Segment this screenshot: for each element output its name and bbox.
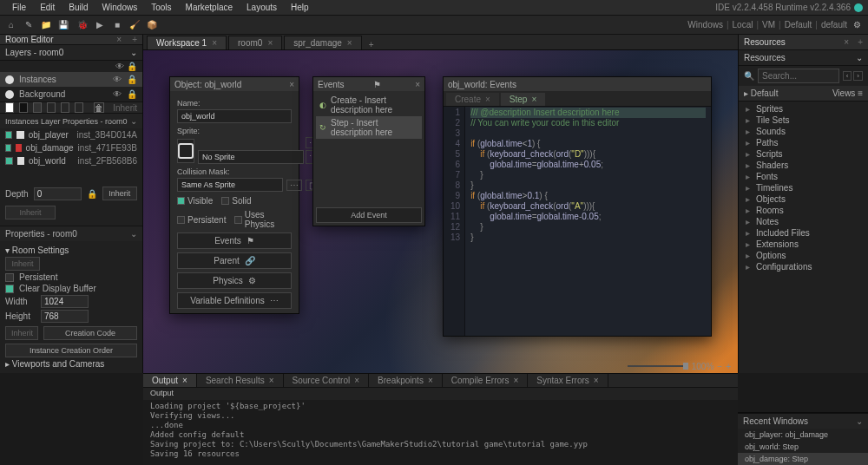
instance-checkbox[interactable] — [5, 131, 12, 139]
chevron-down-icon[interactable]: ⌄ — [130, 229, 137, 239]
lock-icon[interactable]: 🔒 — [127, 89, 137, 99]
delete-layer-icon[interactable]: 🗑 — [94, 102, 104, 113]
lock-icon[interactable]: 🔒 — [127, 62, 137, 71]
resource-node[interactable]: ▸Included Files — [739, 227, 868, 239]
layer-row[interactable]: Background👁🔒 — [0, 87, 142, 102]
stop-icon[interactable]: ■ — [111, 19, 123, 31]
variables-button[interactable]: Variable Definitions⋯ — [177, 292, 292, 309]
menu-tools[interactable]: Tools — [144, 1, 178, 14]
eye-icon[interactable]: 👁 — [113, 75, 122, 84]
instance-row[interactable]: obj_damageinst_471FE93B — [0, 141, 142, 154]
layer-tool-icon[interactable] — [33, 102, 42, 113]
resource-node[interactable]: ▸Fonts — [739, 171, 868, 182]
instance-checkbox[interactable] — [5, 144, 11, 152]
add-workspace-icon[interactable]: + — [364, 40, 379, 49]
workspace-canvas[interactable]: Object: obj_world× Name: Sprite: ⋯ ⋯ Col… — [143, 50, 738, 373]
add-icon[interactable]: + — [132, 35, 137, 44]
search-input[interactable] — [758, 69, 839, 83]
code-tab[interactable]: Create× — [446, 93, 499, 106]
layer-tool-icon[interactable] — [5, 102, 14, 113]
close-icon[interactable]: × — [415, 80, 420, 89]
open-icon[interactable]: 📁 — [40, 19, 52, 31]
add-icon[interactable]: + — [858, 37, 863, 47]
height-input[interactable] — [41, 310, 89, 323]
instance-order-button[interactable]: Instance Creation Order — [5, 344, 137, 357]
event-item[interactable]: ↻Step - Insert description here — [316, 116, 422, 139]
eye-icon[interactable]: 👁 — [115, 62, 124, 71]
eye-icon[interactable]: 👁 — [113, 89, 122, 99]
resource-node[interactable]: ▸Tile Sets — [739, 115, 868, 126]
add-event-button[interactable]: Add Event — [316, 207, 422, 223]
width-input[interactable] — [41, 295, 89, 308]
prev-icon[interactable]: ‹ — [843, 71, 852, 81]
target-gear-icon[interactable]: ⚙ — [851, 19, 863, 31]
inherit-button[interactable]: Inherit — [5, 257, 40, 271]
inherit-button[interactable]: Inherit — [102, 187, 137, 200]
layer-tool-icon[interactable] — [61, 102, 69, 113]
code-area[interactable]: 1 2 3 4 5 6 7 8 9 10 11 12 13 /// @descr… — [444, 107, 711, 336]
close-icon[interactable]: × — [289, 80, 294, 89]
menu-file[interactable]: File — [5, 1, 33, 14]
target-selector[interactable]: Windows| Local| VM| Default| default ⚙ — [687, 19, 863, 31]
close-icon[interactable]: × — [354, 376, 359, 385]
chevron-down-icon[interactable]: ⌄ — [856, 53, 863, 62]
resource-node[interactable]: ▸Sprites — [739, 103, 868, 115]
object-name-input[interactable] — [177, 109, 292, 123]
output-tab[interactable]: Search Results× — [197, 374, 284, 387]
room-editor-tab[interactable]: Room Editor — [5, 35, 111, 44]
workspace-tab[interactable]: Workspace 1× — [147, 36, 227, 49]
resource-node[interactable]: ▸Timelines — [739, 182, 868, 193]
default-group[interactable]: Default — [751, 88, 779, 98]
clear-display-checkbox[interactable] — [5, 285, 14, 293]
recent-item[interactable]: obj_player: obj_damage — [738, 429, 868, 441]
new-icon[interactable]: ✎ — [23, 19, 35, 31]
output-tab[interactable]: Output× — [143, 374, 197, 387]
chevron-down-icon[interactable]: ⌄ — [856, 416, 863, 426]
output-tab[interactable]: Source Control× — [284, 374, 370, 387]
solid-checkbox[interactable] — [221, 197, 229, 205]
sprite-select[interactable] — [198, 150, 304, 164]
layer-tool-icon[interactable] — [47, 102, 56, 113]
instance-checkbox[interactable] — [5, 157, 13, 165]
close-icon[interactable]: × — [212, 38, 217, 48]
workspace-tab[interactable]: room0× — [228, 36, 282, 49]
menu-windows[interactable]: Windows — [95, 1, 145, 14]
event-item[interactable]: ◐Create - Insert description here — [316, 94, 422, 116]
recent-item[interactable]: obj_damage: Step — [738, 453, 868, 465]
inherit-button[interactable]: Inherit — [5, 206, 56, 219]
close-icon[interactable]: × — [182, 376, 187, 385]
next-icon[interactable]: › — [853, 71, 863, 81]
resource-node[interactable]: ▸Extensions — [739, 239, 868, 250]
sprite-preview[interactable] — [177, 139, 194, 163]
chevron-down-icon[interactable]: ⌄ — [130, 116, 137, 126]
menu-edit[interactable]: Edit — [33, 1, 62, 14]
package-icon[interactable]: 📦 — [146, 19, 158, 31]
resource-node[interactable]: ▸Configurations — [739, 261, 868, 272]
menu-layouts[interactable]: Layouts — [240, 1, 284, 14]
resources-tab[interactable]: Resources — [744, 37, 838, 47]
resource-node[interactable]: ▸Scripts — [739, 148, 868, 160]
close-icon[interactable]: × — [844, 37, 849, 47]
visible-checkbox[interactable] — [177, 197, 185, 205]
resource-node[interactable]: ▸Shaders — [739, 160, 868, 171]
resource-node[interactable]: ▸Objects — [739, 193, 868, 205]
creation-code-button[interactable]: Creation Code — [43, 326, 137, 340]
depth-input[interactable] — [34, 187, 82, 200]
viewports-header[interactable]: Viewports and Cameras — [12, 359, 105, 369]
instance-row[interactable]: obj_worldinst_2FB568B6 — [0, 154, 142, 167]
save-icon[interactable]: 💾 — [57, 19, 69, 31]
zoom-in-icon[interactable]: + — [726, 362, 731, 371]
close-icon[interactable]: × — [594, 376, 599, 385]
close-icon[interactable]: × — [531, 95, 536, 104]
chevron-down-icon[interactable]: ⌄ — [130, 48, 137, 57]
zoom-slider[interactable] — [628, 365, 688, 367]
room-settings-header[interactable]: Room Settings — [12, 246, 69, 255]
inherit-button[interactable]: Inherit — [113, 103, 137, 113]
layer-tool-icon[interactable] — [75, 102, 83, 113]
persistent-checkbox[interactable] — [177, 216, 185, 224]
resource-node[interactable]: ▸Notes — [739, 216, 868, 227]
close-icon[interactable]: × — [485, 95, 490, 104]
close-icon[interactable]: × — [269, 376, 274, 385]
zoom-out-icon[interactable]: − — [717, 362, 722, 371]
layer-tool-icon[interactable] — [19, 102, 28, 113]
